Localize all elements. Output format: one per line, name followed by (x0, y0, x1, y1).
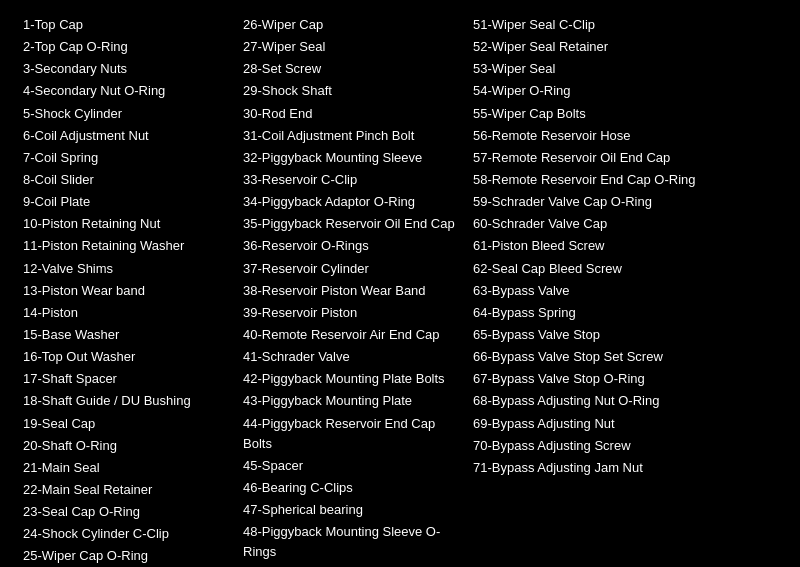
list-item: 31-Coil Adjustment Pinch Bolt (243, 126, 457, 146)
list-item: 61-Piston Bleed Screw (473, 236, 722, 256)
list-item: 25-Wiper Cap O-Ring (23, 546, 227, 566)
list-item: 69-Bypass Adjusting Nut (473, 414, 722, 434)
column-2: 26-Wiper Cap27-Wiper Seal28-Set Screw29-… (235, 10, 465, 567)
list-item: 28-Set Screw (243, 59, 457, 79)
list-item: 12-Valve Shims (23, 259, 227, 279)
column-3: 51-Wiper Seal C-Clip52-Wiper Seal Retain… (465, 10, 730, 567)
list-item: 59-Schrader Valve Cap O-Ring (473, 192, 722, 212)
list-item: 63-Bypass Valve (473, 281, 722, 301)
list-item: 71-Bypass Adjusting Jam Nut (473, 458, 722, 478)
list-item: 39-Reservoir Piston (243, 303, 457, 323)
list-item: 7-Coil Spring (23, 148, 227, 168)
list-item: 56-Remote Reservoir Hose (473, 126, 722, 146)
list-item: 2-Top Cap O-Ring (23, 37, 227, 57)
list-item: 66-Bypass Valve Stop Set Screw (473, 347, 722, 367)
list-item: 55-Wiper Cap Bolts (473, 104, 722, 124)
list-item: 1-Top Cap (23, 15, 227, 35)
list-item: 47-Spherical bearing (243, 500, 457, 520)
list-item: 29-Shock Shaft (243, 81, 457, 101)
list-item: 5-Shock Cylinder (23, 104, 227, 124)
list-item: 32-Piggyback Mounting Sleeve (243, 148, 457, 168)
list-item: 67-Bypass Valve Stop O-Ring (473, 369, 722, 389)
list-item: 27-Wiper Seal (243, 37, 457, 57)
list-item: 36-Reservoir O-Rings (243, 236, 457, 256)
list-item: 13-Piston Wear band (23, 281, 227, 301)
list-item: 42-Piggyback Mounting Plate Bolts (243, 369, 457, 389)
list-item: 57-Remote Reservoir Oil End Cap (473, 148, 722, 168)
list-item: 3-Secondary Nuts (23, 59, 227, 79)
list-item: 34-Piggyback Adaptor O-Ring (243, 192, 457, 212)
list-item: 54-Wiper O-Ring (473, 81, 722, 101)
list-item: 9-Coil Plate (23, 192, 227, 212)
list-item: 16-Top Out Washer (23, 347, 227, 367)
list-item: 70-Bypass Adjusting Screw (473, 436, 722, 456)
list-item: 17-Shaft Spacer (23, 369, 227, 389)
list-item: 58-Remote Reservoir End Cap O-Ring (473, 170, 722, 190)
list-item: 51-Wiper Seal C-Clip (473, 15, 722, 35)
list-item: 37-Reservoir Cylinder (243, 259, 457, 279)
list-item: 21-Main Seal (23, 458, 227, 478)
list-item: 62-Seal Cap Bleed Screw (473, 259, 722, 279)
list-item: 6-Coil Adjustment Nut (23, 126, 227, 146)
list-item: 22-Main Seal Retainer (23, 480, 227, 500)
list-item: 45-Spacer (243, 456, 457, 476)
list-item: 35-Piggyback Reservoir Oil End Cap (243, 214, 457, 234)
list-item: 65-Bypass Valve Stop (473, 325, 722, 345)
column-1: 1-Top Cap2-Top Cap O-Ring3-Secondary Nut… (15, 10, 235, 567)
list-item: 20-Shaft O-Ring (23, 436, 227, 456)
parts-list: 1-Top Cap2-Top Cap O-Ring3-Secondary Nut… (15, 10, 785, 567)
list-item: 48-Piggyback Mounting Sleeve O-Rings (243, 522, 457, 562)
list-item: 15-Base Washer (23, 325, 227, 345)
list-item: 19-Seal Cap (23, 414, 227, 434)
list-item: 33-Reservoir C-Clip (243, 170, 457, 190)
list-item: 46-Bearing C-Clips (243, 478, 457, 498)
list-item: 68-Bypass Adjusting Nut O-Ring (473, 391, 722, 411)
list-item: 24-Shock Cylinder C-Clip (23, 524, 227, 544)
list-item: 40-Remote Reservoir Air End Cap (243, 325, 457, 345)
list-item: 64-Bypass Spring (473, 303, 722, 323)
list-item: 43-Piggyback Mounting Plate (243, 391, 457, 411)
list-item: 53-Wiper Seal (473, 59, 722, 79)
list-item: 38-Reservoir Piston Wear Band (243, 281, 457, 301)
list-item: 52-Wiper Seal Retainer (473, 37, 722, 57)
list-item: 4-Secondary Nut O-Ring (23, 81, 227, 101)
list-item: 41-Schrader Valve (243, 347, 457, 367)
list-item: 14-Piston (23, 303, 227, 323)
list-item: 26-Wiper Cap (243, 15, 457, 35)
list-item: 8-Coil Slider (23, 170, 227, 190)
list-item: 11-Piston Retaining Washer (23, 236, 227, 256)
list-item: 60-Schrader Valve Cap (473, 214, 722, 234)
list-item: 30-Rod End (243, 104, 457, 124)
list-item: 23-Seal Cap O-Ring (23, 502, 227, 522)
list-item: 44-Piggyback Reservoir End Cap Bolts (243, 414, 457, 454)
list-item: 10-Piston Retaining Nut (23, 214, 227, 234)
list-item: 18-Shaft Guide / DU Bushing (23, 391, 227, 411)
